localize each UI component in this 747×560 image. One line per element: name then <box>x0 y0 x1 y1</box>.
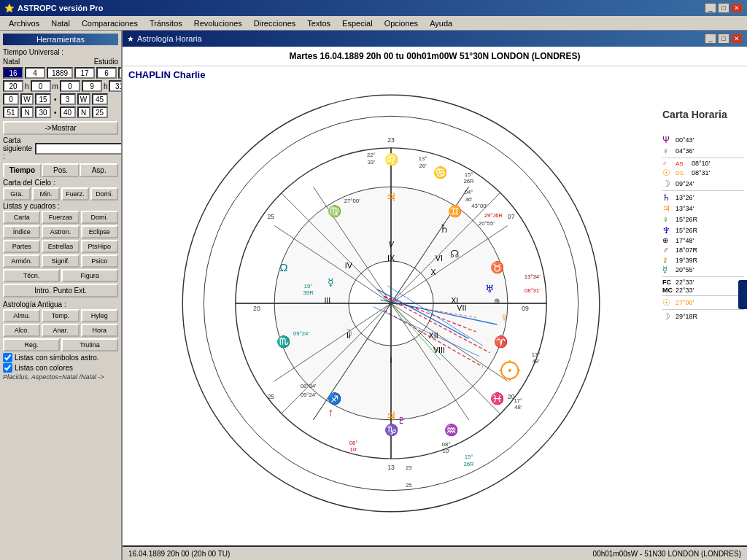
domi-button[interactable]: Domi. <box>90 187 118 201</box>
lat-min1-input[interactable] <box>35 106 51 118</box>
menu-transitos[interactable]: Tránsitos <box>144 18 188 28</box>
gra-button[interactable]: Gra. <box>3 187 31 201</box>
reg-button[interactable]: Reg. <box>3 338 60 351</box>
sub-close-button[interactable]: ✕ <box>731 34 743 44</box>
fuerzas-button[interactable]: Fuerzas <box>42 211 79 224</box>
as-degree: 08°10' <box>692 160 710 167</box>
astrology-chart-svg: IX X XI XII I II III IV V VI VII VIII 23 <box>165 77 617 529</box>
sub-window-title: Astrología Horaria <box>137 34 202 43</box>
menu-especial[interactable]: Especial <box>336 18 379 28</box>
svg-text:23: 23 <box>387 136 395 144</box>
svg-text:♇: ♇ <box>398 416 406 425</box>
estudio-hour-input[interactable] <box>82 80 102 92</box>
menu-opciones[interactable]: Opciones <box>379 18 424 28</box>
astron-button[interactable]: Astron. <box>42 225 79 238</box>
title-bar-left: ⭐ ASTROPC versión Pro <box>4 4 103 13</box>
menu-ayuda[interactable]: Ayuda <box>424 18 458 28</box>
ptshipo-button[interactable]: PtsHipo <box>81 240 118 253</box>
estudio-min-input[interactable] <box>109 80 123 92</box>
indice-button[interactable]: Índice <box>3 225 40 238</box>
menu-textos[interactable]: Textos <box>301 18 336 28</box>
lon-min2-input[interactable] <box>92 93 108 105</box>
lon-dir1-input[interactable] <box>20 93 34 105</box>
menu-archivos[interactable]: Archivos <box>3 18 45 28</box>
alco-button[interactable]: Alco. <box>3 324 40 337</box>
lon-deg2-input[interactable] <box>60 93 76 105</box>
antig-row1: Almu. Temp. Hyleg <box>3 309 118 322</box>
mercury-degree: 20°55' <box>676 266 694 273</box>
min-button[interactable]: Min. <box>32 187 60 201</box>
scroll-tab[interactable] <box>738 280 747 309</box>
svg-text:48': 48' <box>533 358 541 365</box>
sub-maximize-button[interactable]: □ <box>718 34 729 44</box>
svg-text:20°55': 20°55' <box>479 220 495 227</box>
close-button[interactable]: ✕ <box>731 3 743 13</box>
lat-deg1-input[interactable] <box>3 106 19 118</box>
ds-abbr: DS <box>676 170 690 176</box>
estudio-month-input[interactable] <box>96 67 117 79</box>
temp-button[interactable]: Temp. <box>42 309 79 322</box>
figura-button[interactable]: Figura <box>61 269 118 282</box>
planet-chiron: ⚷ 19°39R <box>662 256 744 264</box>
ds-symbol: ☉ <box>662 168 674 178</box>
hyleg-button[interactable]: Hyleg <box>81 309 118 322</box>
lat-dir2-input[interactable] <box>77 106 90 118</box>
maximize-button[interactable]: □ <box>718 3 729 13</box>
svg-text:♃: ♃ <box>386 191 396 203</box>
svg-text:33': 33' <box>368 159 376 166</box>
colores-checkbox[interactable] <box>3 363 12 373</box>
tab-asp[interactable]: Asp. <box>80 163 118 177</box>
estudio-day-input[interactable] <box>74 67 95 79</box>
natal-min-input[interactable] <box>31 80 51 92</box>
svg-text:♏: ♏ <box>276 335 291 349</box>
svg-text:07: 07 <box>508 213 515 220</box>
svg-text:08°34': 08°34' <box>301 383 317 389</box>
natal-year-input[interactable] <box>47 67 73 79</box>
svg-text:43°00': 43°00' <box>471 203 487 209</box>
lon-dir2-input[interactable] <box>77 93 90 105</box>
svg-text:25: 25 <box>267 213 274 220</box>
psico-button[interactable]: Psico <box>81 254 118 268</box>
armon-button[interactable]: Armón. <box>3 254 40 268</box>
carta-siguiente-input[interactable] <box>35 143 123 155</box>
natal-sec-input[interactable] <box>60 80 80 92</box>
simbolos-checkbox[interactable] <box>3 353 12 362</box>
lat-deg2-input[interactable] <box>60 106 76 118</box>
lat-min2-input[interactable] <box>92 106 108 118</box>
svg-text:25: 25 <box>406 482 412 489</box>
mercury-symbol: ☿ <box>662 265 674 275</box>
tab-pos[interactable]: Pos. <box>42 163 80 177</box>
carta-button[interactable]: Carta <box>3 211 40 224</box>
chiron-symbol: ⚷ <box>662 256 674 264</box>
fc-abbr: FC <box>662 279 674 286</box>
lat-dir1-input[interactable] <box>20 106 34 118</box>
natal-month-input[interactable] <box>25 67 45 79</box>
tab-tiempo[interactable]: Tiempo <box>3 163 42 177</box>
signif-button[interactable]: Signif. <box>42 254 79 268</box>
sub-minimize-button[interactable]: _ <box>705 34 716 44</box>
intro-punto-ext-button[interactable]: Intro. Punto Ext. <box>3 284 118 298</box>
almu-button[interactable]: Almu. <box>3 309 40 322</box>
partes-button[interactable]: Partes <box>3 240 40 253</box>
jupiter-degree: 13°34' <box>676 205 694 212</box>
minimize-button[interactable]: _ <box>705 3 716 13</box>
menu-revoluciones[interactable]: Revoluciones <box>188 18 248 28</box>
tecn-button[interactable]: Técn. <box>3 269 60 282</box>
show-button[interactable]: ->Mostrar <box>3 121 118 135</box>
hora-button[interactable]: Hora <box>81 324 118 337</box>
trutina-button[interactable]: Trutina <box>61 338 118 351</box>
anar-button[interactable]: Anar. <box>42 324 79 337</box>
menu-comparaciones[interactable]: Comparaciones <box>76 18 144 28</box>
menu-direcciones[interactable]: Direcciones <box>248 18 301 28</box>
menu-natal[interactable]: Natal <box>45 18 76 28</box>
estrellas-button[interactable]: Estrellas <box>42 240 79 253</box>
domi2-button[interactable]: Domi. <box>81 211 118 224</box>
fuerz-button[interactable]: Fuerz. <box>61 187 89 201</box>
eclipse-button[interactable]: Eclipse <box>81 225 118 238</box>
lon-deg1-input[interactable] <box>3 93 19 105</box>
natal-day-input[interactable] <box>3 67 23 79</box>
lon-min1-input[interactable] <box>35 93 51 105</box>
svg-text:VIII: VIII <box>433 346 445 354</box>
natal-hour-input[interactable] <box>3 80 23 92</box>
saturn-symbol: ♄ <box>662 192 674 203</box>
